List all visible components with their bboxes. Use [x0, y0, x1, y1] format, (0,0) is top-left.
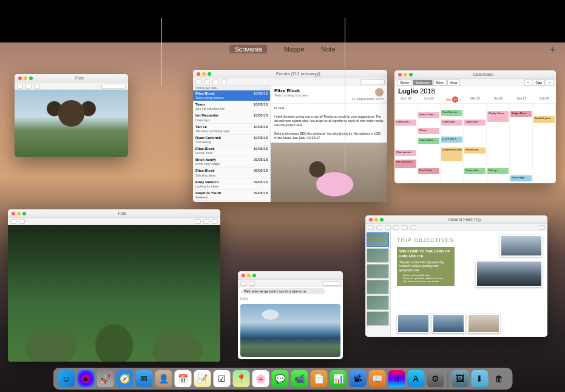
dock-calendar-icon[interactable]: 📅: [174, 370, 191, 387]
calendar-event[interactable]: Run 3 miles: [418, 168, 439, 174]
dock-safari-icon[interactable]: 🧭: [116, 370, 133, 387]
calendar-event[interactable]: Leadership Conference: [441, 147, 462, 161]
calendar-event[interactable]: Game Night: [510, 175, 532, 181]
dock-numbers-icon[interactable]: 📊: [330, 370, 347, 387]
calendar-event[interactable]: Video Confer...: [418, 112, 439, 118]
mail-list-row[interactable]: Eliza Block09/08/18Soliciting ideas: [193, 167, 270, 178]
slide-thumb[interactable]: [367, 264, 389, 279]
calendar-event[interactable]: FaceTime wi...: [441, 110, 462, 116]
dock-pages-icon[interactable]: 📄: [310, 370, 327, 387]
dock-launchpad-icon[interactable]: 🚀: [96, 370, 113, 387]
dock-photos-icon[interactable]: 🌸: [252, 370, 269, 387]
message-bubble: Well, when we get back, I say it's a dat…: [242, 288, 325, 294]
mail-list-row[interactable]: Eddy Bulloch09/08/18Looking for ideas: [193, 179, 270, 190]
slide-thumb[interactable]: [367, 280, 389, 294]
mission-control-blackbar: [0, 0, 565, 42]
calendar-event[interactable]: Pilates: [418, 128, 439, 134]
space-maps[interactable]: Mappe: [284, 46, 305, 53]
titlebar[interactable]: Entrata (211 messaggi): [193, 70, 387, 78]
mail-inline-image: [271, 143, 387, 202]
calendar-event[interactable]: Pick up...: [487, 168, 509, 174]
calendar-event[interactable]: Resume wri...: [464, 147, 485, 154]
dock-trash-icon[interactable]: 🗑: [490, 370, 507, 387]
dock-screenshot-icon[interactable]: 🖼: [452, 370, 469, 387]
dock-downloads-icon[interactable]: ⬇: [471, 370, 488, 387]
dock-notes-icon[interactable]: 📝: [194, 370, 211, 387]
sort-label[interactable]: Ordina per data: [193, 86, 270, 90]
slide-thumb[interactable]: [367, 311, 389, 326]
calendar-event[interactable]: Weekly Status: [487, 111, 509, 122]
calendar-event[interactable]: Coffee with...: [441, 120, 462, 126]
slide-image[interactable]: [476, 260, 543, 287]
mail-list-row[interactable]: Eliza Block10/08/18Team outing success: [193, 90, 270, 101]
calendar-event[interactable]: Budget Meet...: [510, 111, 532, 117]
dock-messages-icon[interactable]: 💬: [271, 370, 288, 387]
search-input[interactable]: [360, 79, 385, 84]
slide-navigator[interactable]: [365, 231, 391, 337]
mail-list-row[interactable]: Steph to Youth09/08/18Weekend: [193, 190, 270, 201]
dock-siri-icon[interactable]: ●: [77, 370, 94, 387]
slide-image[interactable]: [500, 235, 543, 257]
calendar-week-grid[interactable]: Coffee with...Choir practiceHR conferenc…: [394, 104, 556, 183]
window-calendar[interactable]: Calendario Giorno Settimana Mese Anno < …: [394, 70, 556, 183]
toolbar: [15, 83, 128, 90]
mail-list-row[interactable]: Eliza Block10/08/18Let me know: [193, 146, 270, 157]
window-keynote[interactable]: Iceland Field Trip TRIP OBJECTIVES WELCO…: [365, 215, 547, 337]
calendar-event[interactable]: Choir practice: [395, 150, 416, 156]
calendar-event[interactable]: Lunch with T...: [441, 137, 462, 143]
dock-reminders-icon[interactable]: ☑: [213, 370, 230, 387]
slide-title[interactable]: TRIP OBJECTIVES: [397, 237, 454, 243]
calendar-event[interactable]: Coach dinne...: [418, 138, 439, 144]
dock-finder-icon[interactable]: ☺: [58, 370, 75, 387]
slide-image[interactable]: [432, 314, 465, 333]
mail-list-row[interactable]: Ryan Carloneli10/08/18Just seeing: [193, 135, 270, 146]
slide-image[interactable]: [467, 314, 500, 333]
dock-mail-icon[interactable]: ✉: [135, 370, 152, 387]
calendar-event[interactable]: Coffee with...: [464, 120, 485, 126]
dock[interactable]: ☺●🚀🧭✉👤📅📝☑📍🌸💬📹📄📊📽📖♫A⚙🖼⬇🗑: [53, 368, 512, 390]
window-messages[interactable]: Well, when we get back, I say it's a dat…: [238, 271, 343, 359]
add-space-button[interactable]: +: [550, 44, 555, 55]
slide-thumb[interactable]: [367, 248, 389, 263]
dock-itunes-icon[interactable]: ♫: [388, 370, 405, 387]
dock-contacts-icon[interactable]: 👤: [155, 370, 172, 387]
nav-control[interactable]: < Oggi >: [524, 79, 553, 86]
titlebar[interactable]: Foto: [15, 74, 128, 83]
calendar-event[interactable]: Dinner with...: [464, 168, 485, 174]
calendar-event[interactable]: HR conference: [395, 160, 416, 168]
tool-button[interactable]: [34, 84, 40, 89]
tool-button[interactable]: [25, 84, 32, 89]
space-notes[interactable]: Note: [321, 46, 335, 53]
space-desktop[interactable]: Scrivania: [229, 45, 266, 53]
dock-preferences-icon[interactable]: ⚙: [427, 370, 444, 387]
mail-list-row[interactable]: Team10/08/18Join the volunteer trip: [193, 101, 270, 112]
dock-keynote-icon[interactable]: 📽: [349, 370, 366, 387]
dock-facetime-icon[interactable]: 📹: [291, 370, 308, 387]
window-title: Foto: [35, 76, 124, 80]
search-field[interactable]: [101, 84, 126, 89]
view-segmented-control[interactable]: Giorno Settimana Mese Anno: [397, 79, 460, 86]
mail-reading-pane: Eliza Block Team outing success 12 Septe…: [271, 86, 387, 202]
dock-ibooks-icon[interactable]: 📖: [368, 370, 385, 387]
slide-image[interactable]: [397, 314, 430, 333]
mail-message-list[interactable]: Ordina per data Eliza Block10/08/18Team …: [193, 86, 271, 202]
mail-list-row[interactable]: Ian Macandar10/08/18Open Gym: [193, 112, 270, 123]
search-input[interactable]: [322, 281, 340, 286]
dock-maps-icon[interactable]: 📍: [232, 370, 249, 387]
slide-canvas[interactable]: TRIP OBJECTIVES WELCOME TO THE LAND OF F…: [391, 231, 547, 337]
mail-list-row[interactable]: Brick family09/08/18In the early stages: [193, 157, 270, 167]
slide-thumb[interactable]: [367, 296, 389, 310]
tool-button[interactable]: [17, 84, 23, 89]
preview-image: [15, 90, 128, 157]
slide-thumb[interactable]: [367, 232, 389, 247]
calendar-event[interactable]: Baseball game: [533, 116, 555, 123]
window-photos[interactable]: Foto: [8, 209, 220, 362]
traffic-lights[interactable]: [18, 76, 33, 80]
dock-appstore-icon[interactable]: A: [407, 370, 424, 387]
slide-text-box[interactable]: WELCOME TO THE LAND OF FIRE AND ICE The …: [397, 247, 455, 286]
window-preview[interactable]: Foto: [15, 74, 128, 157]
mail-list-row[interactable]: Fray Joffe09/08/18New in the info: [193, 201, 270, 202]
mail-list-row[interactable]: Tan Le10/08/18Talk about a thrilling nig…: [193, 124, 270, 135]
calendar-event[interactable]: Coffee with...: [395, 120, 416, 126]
window-mail[interactable]: Entrata (211 messaggi) Ordina per data E…: [193, 70, 387, 202]
